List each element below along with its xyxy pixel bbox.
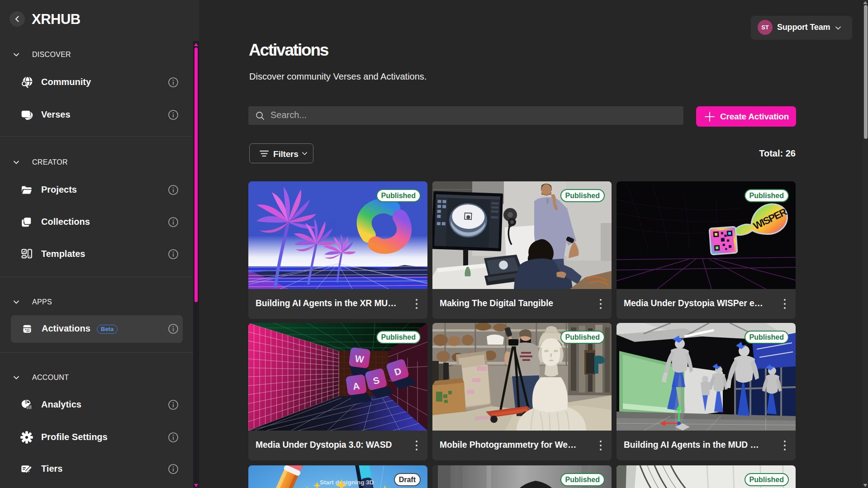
- svg-text:3D: 3D: [366, 479, 374, 486]
- svg-text:Media Under Dystopia: Media Under Dystopia: [620, 425, 651, 429]
- svg-text:W: W: [354, 353, 365, 365]
- svg-text:A: A: [352, 380, 360, 392]
